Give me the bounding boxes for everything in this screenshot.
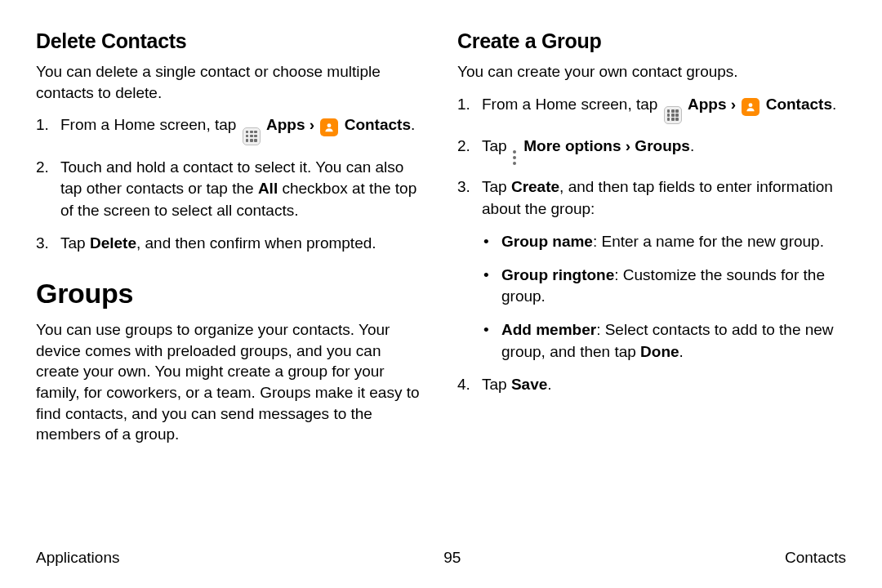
step: From a Home screen, tap Apps › Contacts. xyxy=(36,114,425,145)
intro-create: You can create your own contact groups. xyxy=(457,61,846,82)
heading-create-group: Create a Group xyxy=(457,29,846,53)
heading-delete-contacts: Delete Contacts xyxy=(36,29,425,53)
footer-right: Contacts xyxy=(785,549,846,567)
more-options-icon xyxy=(513,150,518,165)
heading-groups: Groups xyxy=(36,278,425,310)
apps-icon xyxy=(664,106,682,124)
left-column: Delete Contacts You can delete a single … xyxy=(36,29,425,457)
page-footer: Applications 95 Contacts xyxy=(36,549,846,567)
footer-left: Applications xyxy=(36,549,119,567)
apps-icon xyxy=(243,127,261,145)
contacts-icon xyxy=(742,98,760,116)
step: Tap Save. xyxy=(457,374,846,396)
list-item: Group ringtone: Customize the sounds for… xyxy=(482,265,846,308)
intro-delete: You can delete a single contact or choos… xyxy=(36,61,425,103)
step: Touch and hold a contact to select it. Y… xyxy=(36,157,425,222)
right-column: Create a Group You can create your own c… xyxy=(457,29,846,457)
steps-delete: From a Home screen, tap Apps › Contacts.… xyxy=(36,114,425,255)
list-item: Group name: Enter a name for the new gro… xyxy=(482,231,846,253)
list-item: Add member: Select contacts to add to th… xyxy=(482,319,846,363)
contacts-icon xyxy=(320,118,338,136)
group-fields: Group name: Enter a name for the new gro… xyxy=(482,231,846,363)
step: From a Home screen, tap Apps › Contacts. xyxy=(457,94,846,124)
step: Tap Delete, and then confirm when prompt… xyxy=(36,233,425,255)
step: Tap Create, and then tap fields to enter… xyxy=(457,176,846,363)
svg-point-0 xyxy=(327,123,332,127)
steps-create: From a Home screen, tap Apps › Contacts.… xyxy=(457,94,846,396)
step: Tap More options › Groups. xyxy=(457,136,846,165)
groups-body: You can use groups to organize your cont… xyxy=(36,319,425,445)
page-number: 95 xyxy=(443,549,461,567)
svg-point-1 xyxy=(749,103,753,107)
